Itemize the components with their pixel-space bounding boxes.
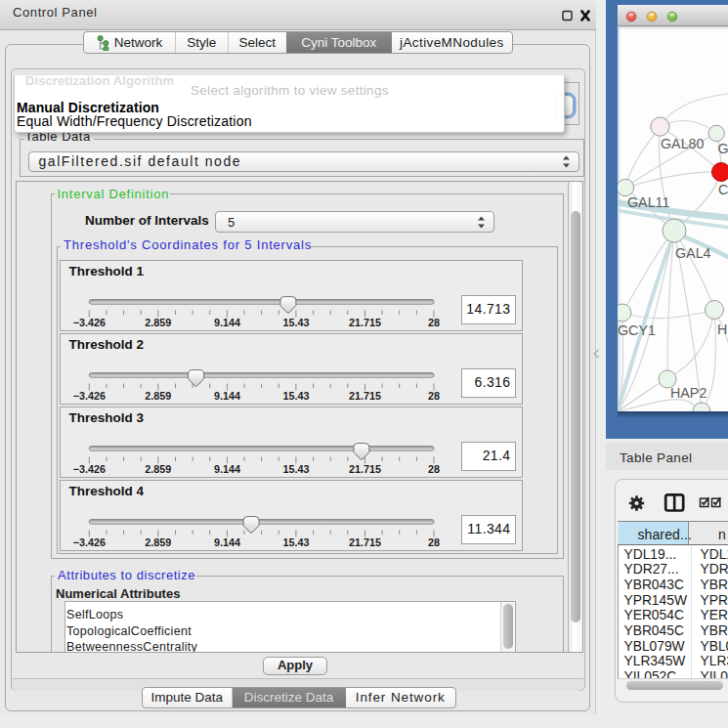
svg-text:15.43: 15.43: [282, 536, 309, 548]
svg-text:GAL80: GAL80: [661, 136, 705, 151]
svg-text:GA: GA: [718, 141, 728, 156]
svg-text:−3.426: −3.426: [73, 390, 106, 402]
svg-text:−3.426: −3.426: [73, 463, 106, 475]
svg-text:28: 28: [428, 463, 440, 475]
svg-text:−3.426: −3.426: [73, 317, 106, 328]
svg-text:H: H: [717, 321, 727, 337]
svg-text:21.715: 21.715: [349, 463, 381, 475]
svg-text:2.859: 2.859: [145, 536, 171, 548]
svg-text:C: C: [718, 182, 728, 197]
svg-text:15.43: 15.43: [282, 390, 309, 402]
svg-text:21.715: 21.715: [349, 390, 381, 402]
svg-text:GCY1: GCY1: [618, 322, 656, 338]
svg-text:2.859: 2.859: [145, 317, 171, 328]
svg-text:9.144: 9.144: [214, 390, 240, 402]
svg-text:GAL11: GAL11: [627, 194, 669, 210]
svg-text:21.715: 21.715: [349, 317, 381, 328]
svg-text:9.144: 9.144: [214, 463, 240, 475]
svg-text:21.715: 21.715: [349, 536, 381, 548]
svg-text:28: 28: [428, 536, 440, 548]
svg-text:9.144: 9.144: [214, 536, 240, 548]
svg-text:HAP2: HAP2: [670, 385, 707, 401]
svg-text:15.43: 15.43: [282, 317, 309, 328]
svg-text:9.144: 9.144: [214, 317, 240, 328]
svg-text:2.859: 2.859: [145, 463, 171, 475]
svg-text:28: 28: [428, 390, 440, 402]
svg-text:2.859: 2.859: [145, 390, 171, 402]
svg-text:−3.426: −3.426: [73, 536, 106, 548]
svg-text:GAL4: GAL4: [675, 245, 711, 261]
svg-text:28: 28: [428, 317, 440, 328]
svg-text:15.43: 15.43: [282, 463, 309, 475]
